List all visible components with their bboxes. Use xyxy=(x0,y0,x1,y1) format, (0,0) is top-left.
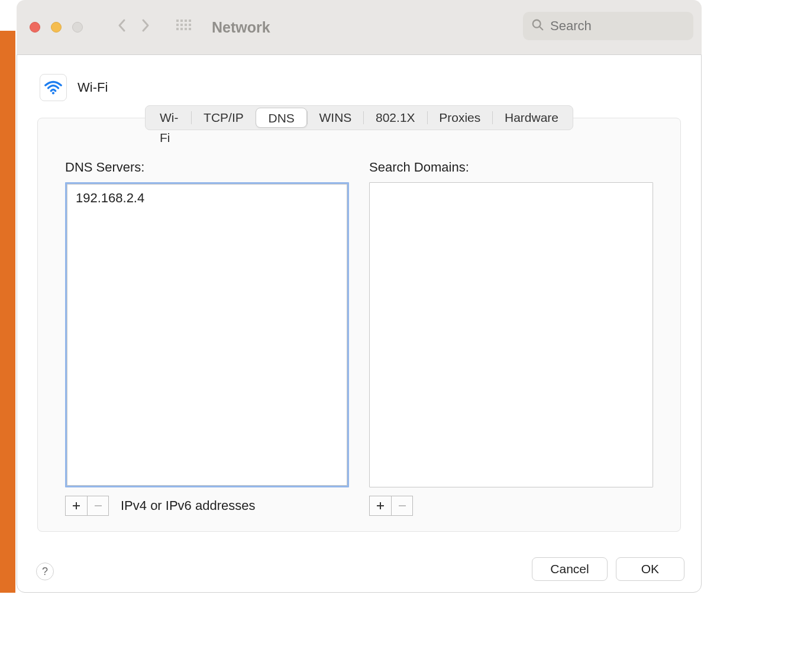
tab-proxies[interactable]: Proxies xyxy=(427,108,492,128)
dns-servers-add-remove xyxy=(65,496,109,516)
wifi-icon xyxy=(40,74,67,101)
help-button[interactable]: ? xyxy=(36,563,54,580)
search-domains-list[interactable] xyxy=(369,182,653,487)
tab-wi-fi[interactable]: Wi-Fi xyxy=(148,108,191,128)
dns-servers-label: DNS Servers: xyxy=(65,160,349,175)
settings-sheet: Wi-Fi Wi-FiTCP/IPDNSWINS802.1XProxiesHar… xyxy=(17,54,702,593)
dns-servers-column: DNS Servers: 192.168.2.4 IPv4 or IPv6 ad… xyxy=(65,160,349,516)
minimize-window-button[interactable] xyxy=(51,22,62,33)
dns-servers-controls: IPv4 or IPv6 addresses xyxy=(65,496,349,516)
add-search-domain-button[interactable] xyxy=(370,496,391,515)
dns-servers-list[interactable]: 192.168.2.4 xyxy=(65,182,349,487)
search-field[interactable] xyxy=(523,12,693,40)
window-title: Network xyxy=(212,19,270,36)
zoom-window-button[interactable] xyxy=(72,22,83,33)
sheet-footer: ? Cancel OK xyxy=(17,546,701,592)
ok-button[interactable]: OK xyxy=(616,557,684,581)
svg-line-1 xyxy=(540,27,543,30)
search-input[interactable] xyxy=(550,18,668,34)
dns-servers-hint: IPv4 or IPv6 addresses xyxy=(121,498,255,513)
show-all-prefs-button[interactable] xyxy=(176,20,192,35)
remove-search-domain-button[interactable] xyxy=(391,496,412,515)
tab-tcp-ip[interactable]: TCP/IP xyxy=(192,108,256,128)
sheet-header: Wi-Fi xyxy=(17,55,701,101)
content-panel: Wi-FiTCP/IPDNSWINS802.1XProxiesHardware … xyxy=(37,118,681,532)
dns-server-item[interactable]: 192.168.2.4 xyxy=(67,185,347,212)
tab-hardware[interactable]: Hardware xyxy=(493,108,570,128)
search-domains-label: Search Domains: xyxy=(369,160,653,175)
back-button[interactable] xyxy=(114,18,130,37)
cancel-button-label: Cancel xyxy=(550,562,589,576)
forward-button[interactable] xyxy=(137,18,154,37)
titlebar: Network xyxy=(17,0,702,54)
tab-802-1x[interactable]: 802.1X xyxy=(364,108,427,128)
search-domains-column: Search Domains: xyxy=(369,160,653,516)
tab-bar: Wi-FiTCP/IPDNSWINS802.1XProxiesHardware xyxy=(145,105,573,130)
cancel-button[interactable]: Cancel xyxy=(532,557,607,581)
search-domains-controls xyxy=(369,496,653,516)
tab-wins[interactable]: WINS xyxy=(307,108,363,128)
left-edge-strip xyxy=(0,31,15,593)
search-icon xyxy=(531,18,544,34)
remove-dns-server-button[interactable] xyxy=(87,496,108,515)
interface-label: Wi-Fi xyxy=(77,80,108,95)
dns-columns: DNS Servers: 192.168.2.4 IPv4 or IPv6 ad… xyxy=(38,118,680,531)
traffic-lights xyxy=(30,22,83,33)
add-dns-server-button[interactable] xyxy=(66,496,87,515)
search-domains-add-remove xyxy=(369,496,413,516)
close-window-button[interactable] xyxy=(30,22,40,33)
ok-button-label: OK xyxy=(641,562,659,576)
tab-dns[interactable]: DNS xyxy=(256,108,306,128)
svg-point-2 xyxy=(52,92,54,94)
